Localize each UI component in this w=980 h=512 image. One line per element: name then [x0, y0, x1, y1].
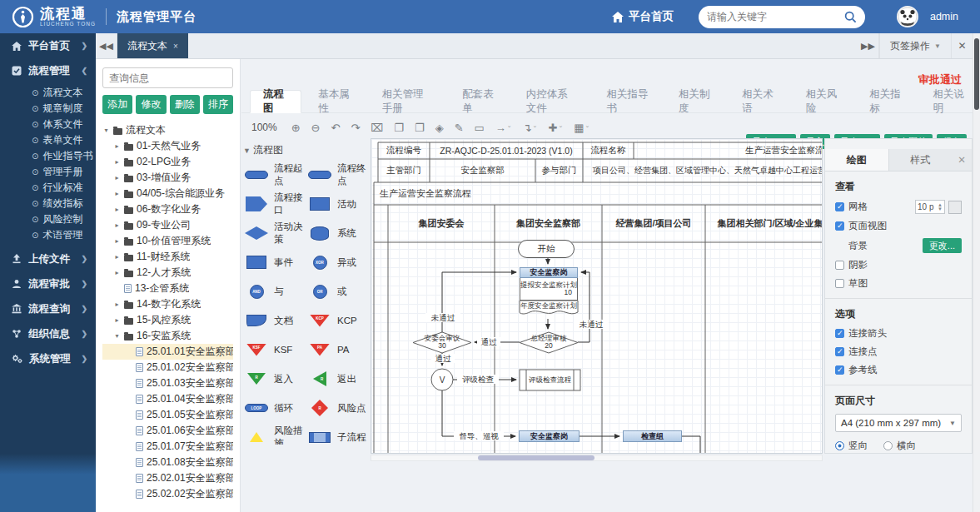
tree-caret-icon[interactable]: ▸: [113, 237, 121, 245]
tree-item[interactable]: 25.01.04安全监察部-安全监: [102, 391, 233, 407]
page-tab-active[interactable]: 流程文本 ×: [117, 33, 188, 58]
node-post-header[interactable]: 安全监察岗: [520, 267, 578, 278]
tree-caret-icon[interactable]: ▸: [113, 316, 121, 324]
palette-shape-item[interactable]: 活动: [306, 196, 370, 211]
sidebar-subitem[interactable]: ⊙ 作业指导书: [0, 148, 96, 164]
node-post2[interactable]: 安全监察岗: [519, 430, 580, 442]
toolbar-icon[interactable]: ▦: [574, 122, 589, 133]
palette-shape-item[interactable]: KSF KSF: [243, 342, 306, 357]
sketch-checkbox[interactable]: [835, 279, 844, 288]
node-document[interactable]: 年度安全监察计划: [520, 301, 578, 312]
search-icon[interactable]: [844, 11, 857, 23]
palette-shape-item[interactable]: 流程起点: [243, 167, 306, 182]
close-panel-icon[interactable]: ✕: [952, 149, 972, 171]
document-tab[interactable]: 配套表单: [449, 90, 509, 113]
toolbar-icon[interactable]: ❐: [394, 122, 404, 133]
sidebar-subitem[interactable]: ⊙ 管理手册: [0, 164, 96, 180]
home-link[interactable]: 平台首页: [612, 9, 674, 24]
vscrollbar-thumb[interactable]: [974, 38, 979, 110]
palette-shape-item[interactable]: XOR 异或: [306, 255, 370, 270]
canvas-hscrollbar[interactable]: [371, 455, 823, 461]
toolbar-icon[interactable]: ↴: [523, 122, 538, 133]
tree-caret-icon[interactable]: ▸: [113, 174, 121, 181]
palette-shape-item[interactable]: 子流程: [306, 430, 370, 445]
palette-shape-item[interactable]: R 返出: [306, 371, 370, 386]
format-tab-diagram[interactable]: 绘图: [825, 149, 889, 171]
tree-item[interactable]: ▸ 03-增值业务: [102, 170, 233, 186]
sidebar-subitem[interactable]: ⊙ 流程文本: [0, 85, 96, 101]
node-decision-council[interactable]: 安委会审议 30: [413, 331, 471, 353]
document-tab[interactable]: 内控体系文件: [513, 90, 590, 113]
document-tab[interactable]: 相关术语: [729, 90, 788, 113]
close-tab-icon[interactable]: ×: [173, 42, 178, 51]
sidebar-subitem[interactable]: ⊙ 术语管理: [0, 227, 96, 243]
format-tab-style[interactable]: 样式: [889, 149, 953, 171]
tree-item[interactable]: 25.01.03安全监察部-安全监: [102, 375, 233, 391]
sidebar-subitem[interactable]: ⊙ 体系文件: [0, 117, 96, 132]
tree-item[interactable]: 25.01.02安全监察部-安全监: [102, 360, 233, 375]
node-team[interactable]: 检查组: [623, 430, 682, 442]
tree-caret-icon[interactable]: ▸: [113, 269, 121, 276]
node-decision-review[interactable]: 总经理审核 20: [520, 331, 578, 353]
tree-item[interactable]: ▸ 06-数字化业务: [102, 201, 233, 217]
sidebar-subitem[interactable]: ⊙ 绩效指标: [0, 196, 96, 211]
palette-shape-item[interactable]: 事件: [243, 255, 306, 270]
sidebar-item-home[interactable]: 平台首页 ❯: [0, 33, 96, 58]
tree-item[interactable]: ▾ 流程文本: [102, 122, 233, 138]
username[interactable]: admin: [930, 11, 958, 22]
search-input[interactable]: [707, 11, 839, 22]
stepper-icon[interactable]: ▲▼: [938, 203, 943, 211]
toolbar-icon[interactable]: ✚: [548, 122, 563, 133]
sidebar-item-org[interactable]: 组织信息 ❯: [0, 321, 96, 346]
sidebar-subitem[interactable]: ⊙ 表单文件: [0, 132, 96, 148]
document-tab[interactable]: 相关管理手册: [369, 90, 446, 113]
landscape-radio[interactable]: [883, 441, 893, 450]
tree-item[interactable]: ▾ 16-安监系统: [102, 328, 233, 344]
toolbar-icon[interactable]: ↶: [331, 122, 341, 133]
document-tab[interactable]: 相关说明: [920, 90, 980, 113]
tree-item[interactable]: 25.01.06安全监察部-安全监: [102, 423, 233, 439]
tree-item[interactable]: 25.02.01安全监察部-双重预: [102, 470, 233, 486]
tree-item[interactable]: ▸ 04/05-综合能源业务: [102, 186, 233, 201]
document-tab[interactable]: 流程图: [250, 90, 301, 113]
palette-shape-item[interactable]: R 风险点: [306, 400, 370, 415]
toolbar-icon[interactable]: ⊕: [291, 122, 301, 133]
palette-shape-item[interactable]: 系统: [306, 226, 370, 241]
hscrollbar-thumb[interactable]: [478, 455, 594, 460]
diagram-canvas[interactable]: 流程编号 ZR-AQJC-D-25.01.01-2023 (V1.0) 流程名称…: [371, 138, 823, 454]
sidebar-item-process-mgmt[interactable]: 流程管理 ❮: [0, 58, 96, 83]
tree-caret-icon[interactable]: ▸: [113, 253, 121, 261]
palette-shape-item[interactable]: 流程终点: [306, 167, 370, 182]
sidebar-item-upload[interactable]: 上传文件 ❯: [0, 246, 96, 271]
toolbar-icon[interactable]: ⌧: [371, 122, 383, 133]
node-connector-v[interactable]: V: [431, 369, 453, 390]
window-vscrollbar[interactable]: [973, 33, 980, 512]
tree-caret-icon[interactable]: ▸: [113, 142, 121, 150]
palette-shape-item[interactable]: 活动决策: [243, 226, 306, 241]
tree-item[interactable]: ▸ 09-专业公司: [102, 217, 233, 233]
palette-shape-item[interactable]: 流程接口: [243, 196, 306, 211]
paper-size-select[interactable]: A4 (210 mm x 297 mm) ▼: [835, 414, 962, 432]
tabs-scroll-left[interactable]: ◀◀: [96, 33, 117, 58]
option-checkbox[interactable]: [835, 329, 844, 338]
document-tab[interactable]: 相关指标: [856, 90, 916, 113]
avatar[interactable]: [897, 6, 918, 27]
document-tab[interactable]: 相关制度: [665, 90, 725, 113]
node-task[interactable]: 提报安全监察计划 10: [520, 278, 578, 301]
option-checkbox[interactable]: [835, 365, 844, 375]
tree-item[interactable]: ▸ 11-财经系统: [102, 249, 233, 265]
palette-shape-item[interactable]: R 返入: [243, 371, 306, 386]
tree-item[interactable]: ▸ 15-风控系统: [102, 312, 233, 328]
tree-caret-icon[interactable]: ▾: [102, 127, 110, 134]
palette-shape-item[interactable]: 风险措施: [243, 430, 306, 445]
tree-action-button[interactable]: 修改: [136, 95, 166, 114]
sidebar-subitem[interactable]: ⊙ 规章制度: [0, 101, 96, 117]
toolbar-icon[interactable]: ↷: [351, 122, 360, 133]
sidebar-item-query[interactable]: 流程查询 ❯: [0, 296, 96, 321]
tree-item[interactable]: 25.02.02安全监察部-双重预: [102, 486, 233, 502]
close-all-tabs-button[interactable]: ✕: [951, 33, 973, 58]
sidebar-subitem[interactable]: ⊙ 风险控制: [0, 211, 96, 227]
tree-caret-icon[interactable]: ▸: [113, 190, 121, 197]
grid-size-input[interactable]: 10 p▲▼: [915, 200, 945, 214]
pageview-checkbox[interactable]: [835, 221, 844, 231]
